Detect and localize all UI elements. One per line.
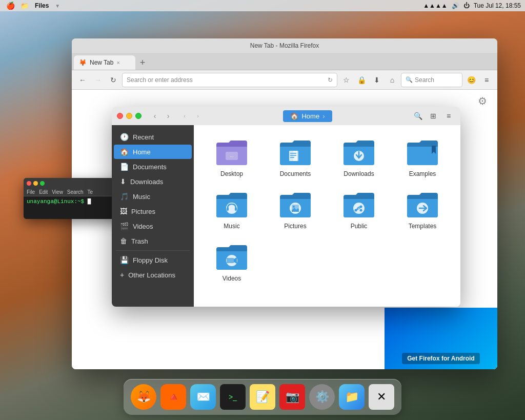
folder-pictures[interactable]: Pictures — [266, 186, 325, 234]
terminal-content[interactable]: unayanga@Linux:~$ █ — [24, 196, 124, 219]
terminal-maximize-button[interactable] — [40, 181, 45, 186]
firefox-back-button[interactable]: ← — [76, 73, 89, 87]
folder-examples[interactable]: Examples — [393, 133, 452, 182]
folder-downloads-icon — [342, 137, 375, 167]
firefox-search-bar[interactable]: 🔍 Search — [401, 73, 462, 87]
sidebar-item-label-downloads: Downloads — [130, 178, 163, 186]
folder-templates-label: Templates — [409, 223, 437, 230]
dock-item-notes[interactable]: 📝 — [250, 384, 275, 410]
firefox-settings-icon[interactable]: ⚙ — [478, 95, 487, 107]
firefox-reload-button[interactable]: ↻ — [107, 73, 120, 87]
folder-videos-label: Videos — [223, 275, 241, 282]
menubar-signal-icon: ▲▲▲▲ — [423, 2, 448, 9]
files-maximize-button[interactable] — [135, 113, 142, 119]
sidebar-item-music[interactable]: 🎵 Music — [114, 189, 192, 204]
terminal-close-button[interactable] — [27, 181, 31, 186]
folder-examples-icon — [406, 137, 439, 167]
folder-desktop-label: Desktop — [220, 170, 243, 177]
files-body: 🕐 Recent 🏠 Home 📄 Documents ⬇ Downloads … — [112, 125, 460, 307]
firefox-search-placeholder: Search — [415, 76, 434, 84]
files-prev-button[interactable]: ‹ — [178, 110, 191, 122]
firefox-android-promo-text[interactable]: Get Firefox for Android — [402, 353, 480, 364]
folder-downloads-label: Downloads — [344, 170, 374, 177]
sidebar-item-label-other: Other Locations — [128, 271, 175, 279]
folder-documents[interactable]: Documents — [266, 133, 325, 182]
files-search-button[interactable]: 🔍 — [411, 109, 425, 123]
sidebar-item-pictures[interactable]: 🖼 Pictures — [114, 204, 192, 218]
firefox-active-tab[interactable]: 🦊 New Tab × — [74, 55, 135, 70]
files-titlebar: ‹ › ‹ › 🏠 Home › 🔍 ⊞ ≡ — [112, 107, 460, 125]
svg-point-18 — [360, 209, 362, 212]
folder-documents-label: Documents — [280, 170, 311, 177]
menubar-power-icon[interactable]: ⏻ — [463, 2, 470, 9]
files-minimize-button[interactable] — [126, 113, 132, 119]
menubar-volume-icon[interactable]: 🔊 — [452, 2, 459, 9]
firefox-home-button[interactable]: ⌂ — [386, 73, 399, 87]
sidebar-item-trash[interactable]: 🗑 Trash — [114, 234, 192, 248]
firefox-titlebar: New Tab - Mozilla Firefox — [72, 38, 497, 53]
sidebar-trash-icon: 🗑 — [120, 237, 127, 245]
apple-menu[interactable]: 🍎 — [0, 2, 21, 10]
firefox-reload-icon[interactable]: ↻ — [328, 76, 333, 84]
firefox-reader-button[interactable]: 🔒 — [355, 73, 368, 87]
terminal-menu-file[interactable]: File — [27, 189, 35, 195]
terminal-minimize-button[interactable] — [33, 181, 38, 186]
sidebar-divider — [116, 250, 190, 251]
sidebar-item-label-videos: Videos — [133, 223, 153, 230]
dock-item-terminal[interactable]: >_ — [220, 384, 246, 410]
firefox-tab-close-button[interactable]: × — [116, 59, 119, 66]
files-grid-button[interactable]: ⊞ — [427, 109, 440, 123]
dock-item-firefox[interactable]: 🦊 — [131, 384, 156, 410]
sidebar-item-home[interactable]: 🏠 Home — [114, 145, 192, 159]
dock-item-files[interactable]: 📁 — [339, 384, 365, 410]
files-next-button[interactable]: › — [192, 110, 204, 122]
sidebar-documents-icon: 📄 — [120, 163, 129, 171]
sidebar-item-documents[interactable]: 📄 Documents — [114, 159, 192, 174]
files-forward-button[interactable]: › — [162, 110, 174, 122]
firefox-urlbar[interactable]: Search or enter address ↻ — [122, 73, 337, 87]
firefox-toolbar: ← → ↻ Search or enter address ↻ ☆ 🔒 ⬇ ⌂ … — [72, 70, 497, 90]
files-menu-button[interactable]: ≡ — [442, 109, 455, 123]
firefox-pocket-button[interactable]: ⬇ — [370, 73, 383, 87]
dock-item-vlc[interactable]: 🔺 — [160, 384, 186, 410]
firefox-menu-button[interactable]: ≡ — [480, 73, 493, 87]
folder-public[interactable]: Public — [329, 186, 389, 234]
folder-downloads[interactable]: Downloads — [329, 133, 389, 182]
dock-item-x11[interactable]: ✕ — [369, 384, 394, 410]
dock-item-mail[interactable]: ✉️ — [190, 384, 216, 410]
files-close-button[interactable] — [117, 113, 123, 119]
firefox-smiley-button[interactable]: 😊 — [465, 73, 478, 87]
terminal-menu-te[interactable]: Te — [88, 189, 93, 195]
menubar-dropdown-icon[interactable]: ▼ — [55, 3, 60, 9]
files-breadcrumb[interactable]: 🏠 Home › — [283, 110, 332, 122]
folder-desktop[interactable]: ··· Desktop — [202, 133, 261, 182]
menubar-app-name[interactable]: Files — [35, 2, 49, 9]
sidebar-item-downloads[interactable]: ⬇ Downloads — [114, 174, 192, 189]
firefox-new-tab-button[interactable]: + — [135, 55, 150, 70]
files-breadcrumb-next: › — [322, 112, 325, 120]
terminal-menu-search[interactable]: Search — [67, 189, 84, 195]
terminal-menu-edit[interactable]: Edit — [39, 189, 48, 195]
firefox-forward-button[interactable]: → — [91, 73, 105, 87]
sidebar-item-videos[interactable]: 🎬 Videos — [114, 219, 192, 233]
sidebar-item-recent[interactable]: 🕐 Recent — [114, 130, 192, 144]
dock-item-settings[interactable]: ⚙️ — [309, 384, 335, 410]
folder-music-label: Music — [224, 223, 239, 230]
sidebar-item-other[interactable]: + Other Locations — [114, 268, 192, 282]
sidebar-item-floppy[interactable]: 💾 Floppy Disk — [114, 253, 192, 267]
files-back-button[interactable]: ‹ — [149, 110, 161, 122]
files-location-bar: 🏠 Home › — [207, 110, 408, 122]
firefox-search-icon: 🔍 — [406, 76, 413, 83]
dock-item-screenshot[interactable]: 📷 — [279, 384, 305, 410]
firefox-bookmark-button[interactable]: ☆ — [339, 73, 353, 87]
terminal-menu-view[interactable]: View — [52, 189, 63, 195]
folder-videos[interactable]: Videos — [202, 238, 261, 286]
folder-music[interactable]: Music — [202, 186, 261, 234]
files-sidebar: 🕐 Recent 🏠 Home 📄 Documents ⬇ Downloads … — [112, 125, 194, 307]
terminal-cursor: █ — [88, 198, 91, 205]
svg-point-14 — [293, 206, 295, 208]
sidebar-videos-icon: 🎬 — [120, 222, 129, 230]
sidebar-item-label-home: Home — [133, 148, 151, 156]
folder-templates[interactable]: Templates — [393, 186, 452, 234]
folder-templates-icon — [406, 190, 439, 219]
